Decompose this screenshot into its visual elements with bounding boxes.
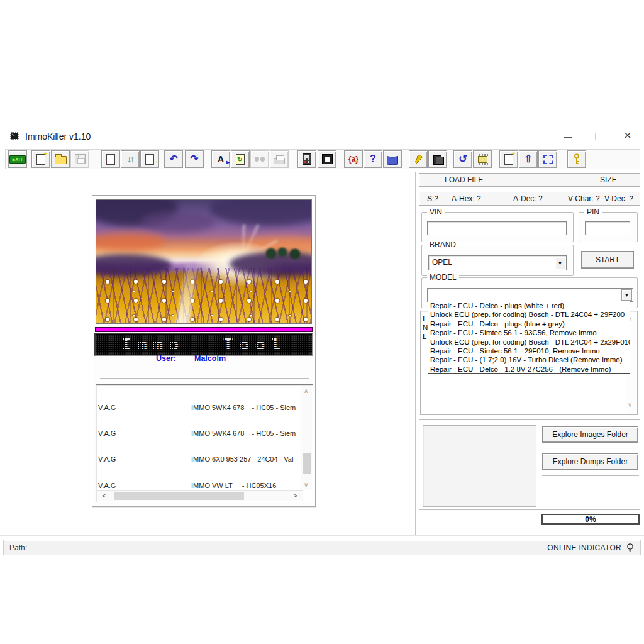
refresh-file-button[interactable]: ↻ [231,150,250,168]
vertical-scrollbar[interactable]: ∧ ∨ [301,386,312,490]
section-divider [419,419,640,421]
undo-arrow-icon: ↶ [169,154,177,164]
vin-input[interactable] [427,221,567,235]
marquee-text: Immo Tool [96,335,312,354]
scroll-right-icon[interactable]: > [294,492,297,499]
file-header-bar: LOAD FILE SIZE [419,173,640,187]
scroll-left-icon[interactable]: < [102,492,106,499]
explore-images-button[interactable]: Explore Images Folder [542,426,638,443]
chip-icon [478,156,487,163]
model-combobox[interactable]: ▼ [427,288,633,302]
dashed-selection-icon [543,155,553,164]
export-dump-button[interactable]: → [140,150,159,168]
new-project-button[interactable]: ✦ [499,150,518,168]
clipped-list-text: L [423,333,426,340]
s-value: S:? [427,194,438,203]
new-page-icon: ✦ [36,154,45,165]
import-dump-button[interactable]: → [101,150,120,168]
progress-bar: 0% [541,514,640,525]
undo-button[interactable]: ↶ [164,150,183,168]
panel-divider [415,172,416,535]
horizontal-scrollbar[interactable]: < > [97,490,303,501]
title-bar: ImmoKiller v1.10 [0,126,644,147]
open-file-button[interactable] [51,150,70,168]
list-item[interactable]: V.A.GIMMO 5WK4 678 - HC05 - Siem [98,430,300,438]
printer-icon [274,158,285,164]
page-red-arrow-in-icon: → [106,154,115,165]
redo-button[interactable]: ↷ [185,150,204,168]
eeprom-button[interactable] [473,150,492,168]
list-item[interactable]: V.A.GIMMO 6X0 953 257 - 24C04 - Val [98,455,300,464]
down-up-arrows-icon: ↓↑ [127,154,133,164]
model-option[interactable]: Repair - ECU - Simtec 56.1 - 29F010, Rem… [428,347,630,355]
app-window: ImmoKiller v1.10 × EXIT ✦ → ↓↑ → ↶ ↷ A▸ … [0,0,644,644]
minimize-button[interactable] [564,137,572,138]
list-item[interactable]: V.A.GIMMO 5WK4 678 - HC05 - Siem [98,404,300,413]
brand-combobox[interactable]: OPEL ▼ [428,255,567,270]
brand-value: OPEL [432,258,452,267]
vin-group: VIN [421,212,574,242]
bottom-divider [0,535,644,536]
brand-group: BRAND OPEL ▼ [421,245,574,276]
list-item[interactable]: V.A.GIMMO VW LT - HC05X16 [98,482,300,491]
recycle-page-icon: ↻ [236,154,245,165]
security-key-button[interactable] [567,150,586,168]
model-label: MODEL [427,273,459,282]
library-button[interactable] [428,150,447,168]
reload-button[interactable]: ↺ [453,150,472,168]
explore-dumps-button[interactable]: Explore Dumps Folder [542,453,638,470]
load-file-label: LOAD FILE [445,175,483,184]
scroll-down-icon[interactable]: ∨ [304,481,308,488]
scroll-up-icon[interactable]: ∧ [304,387,308,394]
maximize-button[interactable] [595,133,602,140]
model-option[interactable]: Unlock ECU (prep. for coding) Bosch - DT… [428,338,630,347]
upload-button[interactable]: ⇧ [519,150,538,168]
circuit-board [96,268,311,323]
model-dropdown-list: Repair - ECU - Delco - plugs (white + re… [428,301,630,374]
calculator-button[interactable] [297,150,316,168]
size-label: SIZE [600,175,617,184]
select-region-button[interactable] [538,150,557,168]
tools-button[interactable] [409,150,428,168]
model-dropdown-arrow-icon[interactable]: ▼ [621,289,632,301]
model-option[interactable]: Unlock ECU (prep. for coding) Bosch - DT… [428,310,630,319]
pin-input[interactable] [585,221,630,235]
model-option[interactable]: Repair - ECU - (1.7;2.0) 16V - Turbo Die… [428,355,630,364]
v-char-value: V-Char: ? [568,194,600,203]
brand-dropdown-arrow-icon[interactable]: ▼ [555,257,565,269]
scroll-thumb[interactable] [114,492,244,500]
display-button[interactable] [318,150,336,168]
calculator-icon [303,153,311,165]
model-option[interactable]: Repair - ECU - Delco - plugs (blue + gre… [428,319,630,328]
new-file-button[interactable]: ✦ [31,150,50,168]
start-button[interactable]: START [581,251,634,269]
model-option[interactable]: Repair - ECU - Delco - plugs (white + re… [428,301,630,310]
close-button[interactable]: × [624,129,631,142]
button-divider [542,448,639,449]
help-button[interactable]: ? [364,150,382,168]
braces-a-icon: {a} [348,155,358,164]
string-view-button[interactable]: {a} [344,150,363,168]
scroll-down-icon[interactable]: ∨ [628,401,632,408]
scroll-thumb[interactable] [303,453,311,474]
model-option[interactable]: Repair - ECU - Simtec 56.1 - 93C56, Remo… [428,328,630,337]
pin-label: PIN [584,208,602,216]
left-divider [100,378,309,379]
exit-button[interactable]: EXIT [8,150,27,168]
page-star-icon: ✦ [504,154,513,165]
font-button[interactable]: A▸ [211,150,230,168]
a-hex-value: A-Hex: ? [452,194,481,203]
vag-listbox[interactable]: V.A.GIMMO 5WK4 678 - HC05 - Siem V.A.GIM… [96,384,313,502]
path-label: Path: [9,543,27,552]
info-panel: Immo Tool User: Malcolm V.A.GIMMO 5WK4 6… [92,195,316,507]
refresh-circle-icon: ↺ [458,154,467,164]
model-option[interactable]: Repair - ECU - Delco - 1.2 8V 27C256 - (… [428,365,630,374]
progress-divider [419,509,640,511]
preview-panel [423,425,536,507]
manual-button[interactable] [383,150,402,168]
a-dec-value: A-Dec: ? [513,194,543,203]
swap-bytes-button[interactable]: ↓↑ [121,150,140,168]
open-book-icon [387,157,398,164]
exit-sign-icon: EXIT [9,155,26,164]
status-bar: Path: ONLINE INDICATOR [3,540,641,555]
